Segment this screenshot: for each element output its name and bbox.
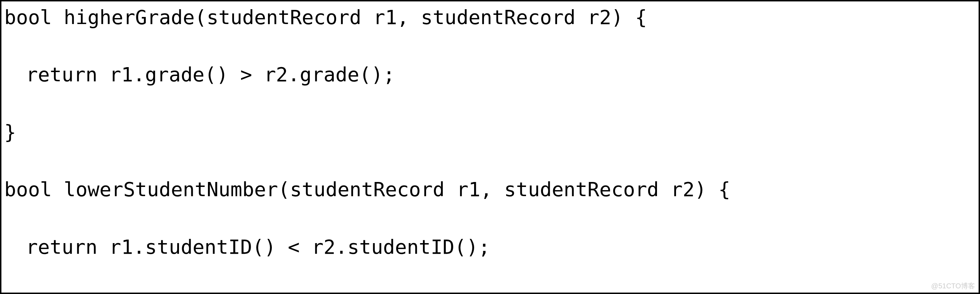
code-line: } — [4, 118, 976, 146]
code-block: bool higherGrade(studentRecord r1, stude… — [4, 3, 976, 294]
code-listing-frame: bool higherGrade(studentRecord r1, stude… — [0, 0, 980, 294]
code-line: bool lowerStudentNumber(studentRecord r1… — [4, 175, 976, 203]
watermark-text: @51CTO博客 — [931, 281, 975, 291]
code-line: return r1.studentID() < r2.studentID(); — [4, 233, 976, 261]
code-line: bool higherGrade(studentRecord r1, stude… — [4, 3, 976, 32]
code-line: return r1.grade() > r2.grade(); — [4, 60, 976, 89]
code-line: } — [4, 290, 976, 294]
